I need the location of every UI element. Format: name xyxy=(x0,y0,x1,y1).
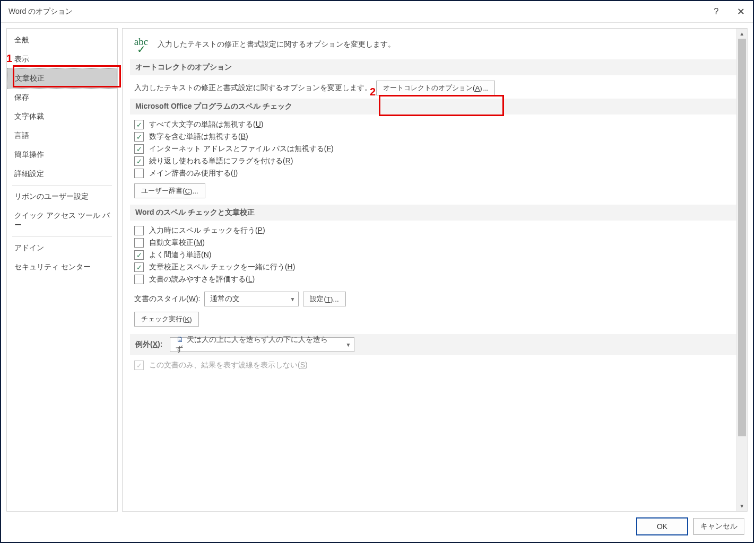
cb-grammar-with-spell[interactable]: ✓文章校正とスペル チェックを一緒に行う(H) xyxy=(134,262,737,272)
writing-style-select[interactable]: 通常の文▼ xyxy=(204,292,299,306)
close-button[interactable]: ✕ xyxy=(728,1,753,22)
cb-main-dict-only[interactable]: メイン辞書のみ使用する(I) xyxy=(134,169,737,178)
sidebar-item-typography[interactable]: 文字体裁 xyxy=(7,107,117,126)
sidebar-item-language[interactable]: 言語 xyxy=(7,126,117,145)
cb-hide-spelling-this-doc: ✓この文書のみ、結果を表す波線を表示しない(S) xyxy=(134,361,737,370)
exceptions-document-select[interactable]: 🗎天は人の上に人を造らず人の下に人を造らず ▼ xyxy=(170,337,354,352)
chevron-down-icon: ▼ xyxy=(290,296,296,302)
section-exceptions-header: 例外(X): 🗎天は人の上に人を造らず人の下に人を造らず ▼ xyxy=(130,334,737,355)
chevron-down-icon: ▼ xyxy=(345,342,351,348)
section-autocorrect-header: オートコレクトのオプション xyxy=(130,59,737,75)
sidebar-item-advanced[interactable]: 詳細設定 xyxy=(7,164,117,183)
window-title: Word のオプション xyxy=(8,7,704,16)
cb-ignore-numbers[interactable]: ✓数字を含む単語は無視する(B) xyxy=(134,132,737,142)
sidebar-item-proofing[interactable]: 文章校正 xyxy=(7,68,117,89)
section-office-spell-header: Microsoft Office プログラムのスペル チェック xyxy=(130,99,737,115)
recheck-button[interactable]: チェック実行(K) xyxy=(134,312,199,327)
sidebar-item-addins[interactable]: アドイン xyxy=(7,239,117,258)
sidebar-item-customize-ribbon[interactable]: リボンのユーザー設定 xyxy=(7,187,117,206)
settings-button[interactable]: 設定(T)... xyxy=(303,292,345,306)
vertical-scrollbar[interactable]: ▲ ▼ xyxy=(736,29,747,511)
help-button[interactable]: ? xyxy=(704,1,728,22)
cb-auto-grammar[interactable]: 自動文章校正(M) xyxy=(134,238,737,248)
cb-readability[interactable]: 文書の読みやすさを評価する(L) xyxy=(134,275,737,284)
scrollbar-thumb[interactable] xyxy=(738,39,746,436)
autocorrect-options-button[interactable]: オートコレクトのオプション(A)... xyxy=(376,81,495,95)
cb-frequently-confused[interactable]: ✓よく間違う単語(N) xyxy=(134,250,737,260)
writing-style-label: 文書のスタイル(W): xyxy=(134,294,200,304)
annotation-number-1: 1 xyxy=(6,52,12,65)
cb-check-spelling-typing[interactable]: 入力時にスペル チェックを行う(P) xyxy=(134,226,737,235)
cb-flag-repeated[interactable]: ✓繰り返し使われる単語にフラグを付ける(R) xyxy=(134,156,737,166)
ok-button[interactable]: OK xyxy=(636,517,688,535)
header-description: 入力したテキストの修正と書式設定に関するオプションを変更します。 xyxy=(158,40,395,49)
sidebar-item-quick-access[interactable]: クイック アクセス ツール バー xyxy=(7,206,117,235)
sidebar-item-save[interactable]: 保存 xyxy=(7,88,117,107)
cb-ignore-urls[interactable]: ✓インターネット アドレスとファイル パスは無視する(F) xyxy=(134,144,737,154)
sidebar: 全般 表示 文章校正 保存 文字体裁 言語 簡単操作 詳細設定 リボンのユーザー… xyxy=(6,28,118,512)
main-panel: abc ✓ 入力したテキストの修正と書式設定に関するオプションを変更します。 オ… xyxy=(122,28,748,512)
sidebar-item-display[interactable]: 表示 xyxy=(7,50,117,69)
cancel-button[interactable]: キャンセル xyxy=(693,518,744,535)
word-document-icon: 🗎 xyxy=(176,335,184,344)
scroll-down-icon[interactable]: ▼ xyxy=(737,501,747,511)
section-word-spell-header: Word のスペル チェックと文章校正 xyxy=(130,205,737,221)
custom-dictionaries-button[interactable]: ユーザー辞書(C)... xyxy=(134,183,205,198)
proofing-icon: abc ✓ xyxy=(132,37,150,52)
autocorrect-desc: 入力したテキストの修正と書式設定に関するオプションを変更します。 xyxy=(134,83,372,93)
sidebar-item-trust-center[interactable]: セキュリティ センター xyxy=(7,258,117,277)
scroll-up-icon[interactable]: ▲ xyxy=(737,29,747,39)
sidebar-item-general[interactable]: 全般 xyxy=(7,31,117,50)
cb-ignore-uppercase[interactable]: ✓すべて大文字の単語は無視する(U) xyxy=(134,120,737,129)
annotation-number-2: 2 xyxy=(370,86,376,98)
sidebar-item-accessibility[interactable]: 簡単操作 xyxy=(7,145,117,164)
